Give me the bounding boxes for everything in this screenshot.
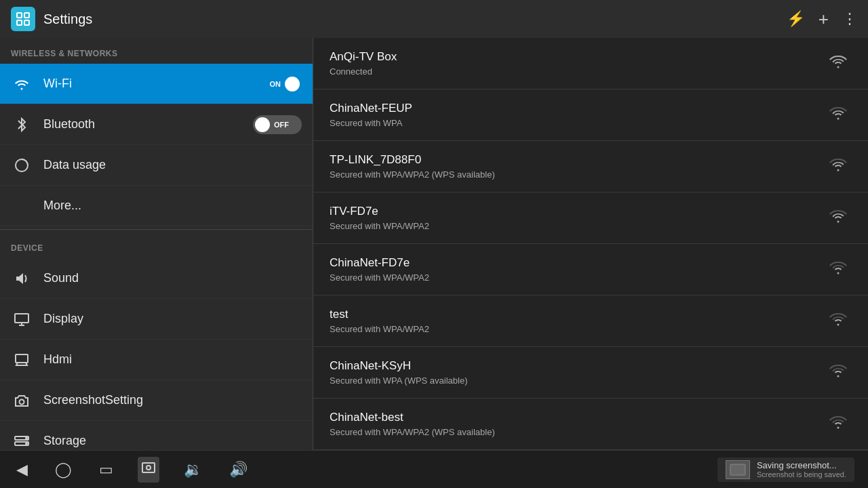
sidebar-item-hdmi[interactable]: Hdmi [0, 340, 313, 380]
data-usage-label: Data usage [43, 158, 302, 172]
network-item[interactable]: ChinaNet-FEUPSecured with WPA [313, 89, 868, 141]
svg-rect-3 [24, 20, 29, 25]
sidebar-item-more[interactable]: More... [0, 186, 313, 226]
screenshot-label: ScreenshotSetting [43, 393, 302, 407]
sidebar-item-storage[interactable]: Storage [0, 421, 313, 450]
sidebar-item-screenshot[interactable]: ScreenshotSetting [0, 380, 313, 421]
network-name: ChinaNet-FD7e [330, 256, 825, 270]
bottom-bar: ◀ ◯ ▭ 🔉 🔊 Saving screenshot... Screensho… [0, 450, 868, 488]
svg-point-13 [26, 437, 27, 439]
network-info: ChinaNet-FD7eSecured with WPA/WPA2 [330, 256, 825, 283]
svg-rect-9 [16, 354, 28, 363]
wifi-toggle[interactable]: ON [253, 75, 302, 94]
wifi-signal-icon [825, 209, 852, 228]
network-name: iTV-FD7e [330, 205, 825, 218]
network-name: ChinaNet-KSyH [330, 359, 825, 373]
recents-button[interactable]: ▭ [96, 458, 116, 481]
network-name: ChinaNet-best [330, 411, 825, 424]
wifi-signal-icon [825, 363, 852, 382]
title-actions: ⚡ + ⋮ [787, 9, 857, 30]
svg-point-14 [26, 443, 27, 444]
svg-rect-2 [17, 20, 22, 25]
network-info: ChinaNet-bestSecured with WPA/WPA2 (WPS … [330, 411, 825, 437]
network-item[interactable]: testSecured with WPA/WPA2 [313, 296, 868, 347]
display-label: Display [43, 312, 302, 326]
network-name: AnQi-TV Box [330, 50, 825, 64]
network-status: Secured with WPA/WPA2 (WPS available) [330, 169, 825, 180]
volume-down-button[interactable]: 🔉 [181, 458, 205, 481]
flash-icon[interactable]: ⚡ [787, 10, 805, 28]
divider-device [0, 229, 313, 230]
network-status: Secured with WPA/WPA2 [330, 324, 825, 334]
home-button[interactable]: ◯ [52, 458, 75, 481]
network-item[interactable]: TP-LINK_7D88F0Secured with WPA/WPA2 (WPS… [313, 141, 868, 192]
network-info: iTV-FD7eSecured with WPA/WPA2 [330, 205, 825, 231]
app-icon [11, 7, 35, 31]
wifi-signal-icon [825, 312, 852, 331]
display-icon [11, 308, 33, 330]
network-info: ChinaNet-FEUPSecured with WPA [330, 102, 825, 128]
svg-rect-0 [17, 13, 22, 18]
network-status: Secured with WPA/WPA2 [330, 272, 825, 283]
svg-rect-1 [24, 13, 29, 18]
sidebar-item-sound[interactable]: Sound [0, 258, 313, 299]
network-item[interactable]: AnQi-TV BoxConnected [313, 38, 868, 89]
network-status: Secured with WPA (WPS available) [330, 375, 825, 386]
wifi-signal-icon [825, 106, 852, 125]
storage-label: Storage [43, 434, 302, 448]
screenshot-saving-text: Saving screenshot... [757, 460, 846, 470]
sidebar: WIRELESS & NETWORKS Wi-Fi ON [0, 38, 313, 450]
section-header-device: DEVICE [0, 232, 313, 258]
network-item[interactable]: iTV-FD7eSecured with WPA/WPA2 [313, 192, 868, 244]
screenshot-notification: Saving screenshot... Screenshot is being… [717, 458, 854, 482]
svg-rect-19 [142, 463, 155, 472]
network-item[interactable]: ChinaNet-FD7eSecured with WPA/WPA2 [313, 244, 868, 296]
section-header-wireless: WIRELESS & NETWORKS [0, 38, 313, 64]
hdmi-icon [11, 349, 33, 371]
svg-rect-6 [15, 314, 28, 323]
screenshot-icon [11, 390, 33, 411]
more-label: More... [43, 199, 302, 213]
network-name: TP-LINK_7D88F0 [330, 153, 825, 167]
sound-icon [11, 268, 33, 289]
hdmi-label: Hdmi [43, 352, 302, 367]
add-icon[interactable]: + [818, 9, 829, 30]
more-icon[interactable]: ⋮ [842, 10, 857, 28]
screenshot-thumbnail [726, 460, 750, 479]
svg-marker-5 [16, 273, 23, 284]
svg-point-20 [146, 466, 151, 470]
nav-buttons: ◀ ◯ ▭ 🔉 🔊 [14, 457, 250, 483]
bluetooth-toggle[interactable]: OFF [253, 115, 302, 134]
sidebar-item-wifi[interactable]: Wi-Fi ON [0, 64, 313, 104]
network-name: ChinaNet-FEUP [330, 102, 825, 115]
wifi-signal-icon [825, 54, 852, 73]
screenshot-sub-text: Screenshot is being saved. [757, 470, 846, 479]
sound-label: Sound [43, 271, 302, 285]
title-bar: Settings ⚡ + ⋮ [0, 0, 868, 38]
svg-point-10 [20, 399, 24, 404]
screenshot-button[interactable] [138, 457, 159, 483]
wifi-signal-icon [825, 415, 852, 434]
data-usage-icon [11, 155, 33, 176]
network-status: Secured with WPA/WPA2 (WPS available) [330, 427, 825, 437]
volume-up-button[interactable]: 🔊 [226, 458, 250, 481]
sidebar-item-data-usage[interactable]: Data usage [0, 145, 313, 186]
notification-area: Saving screenshot... Screenshot is being… [717, 458, 854, 482]
network-info: TP-LINK_7D88F0Secured with WPA/WPA2 (WPS… [330, 153, 825, 180]
svg-rect-21 [730, 464, 745, 475]
page-title: Settings [43, 12, 787, 27]
network-item[interactable]: ChinaNet-KSyHSecured with WPA (WPS avail… [313, 347, 868, 399]
screenshot-text-container: Saving screenshot... Screenshot is being… [757, 460, 846, 479]
network-status: Secured with WPA [330, 118, 825, 128]
network-item[interactable]: ChinaNet-bestSecured with WPA/WPA2 (WPS … [313, 399, 868, 450]
back-button[interactable]: ◀ [14, 458, 31, 481]
sidebar-item-bluetooth[interactable]: Bluetooth OFF [0, 104, 313, 145]
network-status: Secured with WPA/WPA2 [330, 221, 825, 231]
wifi-label: Wi-Fi [43, 77, 253, 91]
bluetooth-label: Bluetooth [43, 117, 253, 131]
wifi-signal-icon [825, 157, 852, 176]
network-info: ChinaNet-KSyHSecured with WPA (WPS avail… [330, 359, 825, 386]
storage-icon [11, 430, 33, 451]
main-content: WIRELESS & NETWORKS Wi-Fi ON [0, 38, 868, 450]
sidebar-item-display[interactable]: Display [0, 299, 313, 340]
